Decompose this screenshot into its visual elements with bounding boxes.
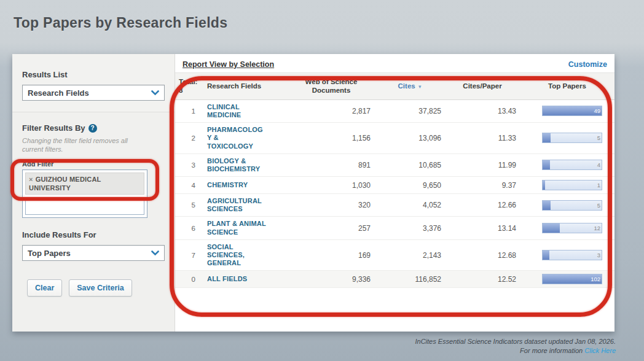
top-papers-cell: 5 [520,123,615,154]
research-field-link[interactable]: SOCIAL SCIENCES, GENERAL [203,239,288,271]
save-criteria-button[interactable]: Save Criteria [69,279,132,297]
top-papers-bar[interactable]: 12 [542,223,602,233]
top-papers-bar-fill [543,160,550,169]
wos-documents-value: 320 [288,194,374,217]
top-papers-bar-fill [543,250,549,260]
research-field-link[interactable]: PLANT & ANIMAL SCIENCE [203,217,288,239]
footer-dataset-line: InCites Essential Science Indicators dat… [415,337,616,346]
filter-section-label-text: Filter Results By [22,123,85,133]
top-papers-value: 3 [597,250,600,260]
clear-button[interactable]: Clear [27,279,62,297]
column-header-wos-documents[interactable]: Web of Science Documents [288,73,374,99]
row-rank: 3 [175,153,203,176]
table-row: 3 BIOLOGY & BIOCHEMISTRY 891 10,685 11.9… [175,153,615,176]
cites-header-label: Cites [398,82,415,90]
table-row: 4 CHEMISTRY 1,030 9,650 9.37 1 [175,177,615,194]
cites-per-paper-value: 13.14 [445,217,520,239]
filter-tag-label: GUIZHOU MEDICAL UNIVERSITY [29,176,101,192]
cites-per-paper-value: 12.52 [445,271,520,288]
cites-value: 10,685 [374,153,445,176]
table-header-row: Total: 8 Research Fields Web of Science … [175,73,615,99]
wos-documents-value: 2,817 [288,99,374,122]
top-papers-bar[interactable]: 4 [542,160,602,170]
top-papers-cell: 4 [520,153,615,176]
row-rank: 7 [175,239,203,271]
column-header-cites-per-paper[interactable]: Cites/Paper [445,73,520,99]
row-rank: 0 [175,271,203,288]
filter-tag: ×GUIZHOU MEDICAL UNIVERSITY [25,173,144,195]
cites-per-paper-value: 11.99 [445,153,520,176]
research-field-link[interactable]: BIOLOGY & BIOCHEMISTRY [203,153,288,176]
row-rank: 4 [175,177,203,194]
wos-documents-value: 1,030 [288,177,374,194]
filter-note: Changing the filter field removes all cu… [22,136,148,154]
cites-per-paper-value: 11.33 [445,123,520,154]
include-results-label: Include Results For [22,230,165,239]
remove-filter-icon[interactable]: × [29,176,33,183]
top-papers-bar[interactable]: 49 [542,106,602,116]
page-title: Top Papers by Research Fields [14,15,227,31]
chevron-down-icon [151,250,159,256]
filter-tags-box[interactable]: ×GUIZHOU MEDICAL UNIVERSITY [22,169,147,219]
row-rank: 2 [175,123,203,154]
research-field-link[interactable]: CHEMISTRY [203,177,288,194]
top-papers-value: 5 [597,133,600,142]
row-rank: 6 [175,217,203,239]
top-papers-value: 102 [591,274,600,284]
sidebar: Results List Research Fields Filter Resu… [12,54,175,332]
top-papers-value: 1 [597,180,600,190]
top-papers-bar[interactable]: 3 [542,250,602,260]
column-header-cites[interactable]: Cites ▾ [374,73,445,99]
cites-value: 116,852 [374,271,445,288]
cites-per-paper-value: 13.43 [445,99,520,122]
column-header-research-fields: Research Fields [203,73,288,99]
total-count-header: Total: 8 [175,73,203,99]
customize-link[interactable]: Customize [568,60,607,69]
research-field-link[interactable]: ALL FIELDS [203,271,288,288]
top-papers-bar[interactable]: 5 [542,133,602,143]
include-results-selected-value: Top Papers [28,249,71,258]
cites-per-paper-value: 12.66 [445,194,520,217]
cites-value: 13,096 [374,123,445,154]
report-main: Report View by Selection Customize Total… [175,54,615,332]
sort-desc-icon: ▾ [418,83,422,90]
include-results-section: Include Results For Top Papers [12,218,175,261]
cites-per-paper-value: 9.37 [445,177,520,194]
column-header-top-papers[interactable]: Top Papers [520,73,615,99]
report-toolbar: Report View by Selection Customize [175,54,615,73]
research-field-link[interactable]: AGRICULTURAL SCIENCES [203,194,288,217]
table-row: 0 ALL FIELDS 9,336 116,852 12.52 102 [175,271,615,288]
top-papers-cell: 1 [520,177,615,194]
cites-value: 4,052 [374,194,445,217]
research-field-link[interactable]: PHARMACOLOG Y & TOXICOLOGY [203,123,288,154]
wos-documents-value: 891 [288,153,374,176]
row-rank: 5 [175,194,203,217]
top-papers-value: 4 [597,160,600,169]
research-field-link[interactable]: CLINICAL MEDICINE [203,99,288,122]
footer-info-text: For more information [520,347,583,354]
top-papers-bar[interactable]: 5 [542,200,602,211]
top-papers-bar[interactable]: 102 [542,274,602,284]
top-papers-value: 5 [597,201,600,210]
click-here-link[interactable]: Click Here [584,347,616,354]
filter-text-input[interactable] [25,200,144,215]
footer-note: InCites Essential Science Indicators dat… [415,337,616,356]
add-filter-label: Add Filter [22,160,165,168]
top-papers-bar-fill [543,106,602,115]
results-list-selected-value: Research Fields [28,88,89,98]
top-papers-bar[interactable]: 1 [542,180,602,190]
filter-section-label: Filter Results By? [22,123,165,133]
row-rank: 1 [175,99,203,122]
wos-documents-value: 257 [288,217,374,239]
top-papers-bar-fill [543,223,560,233]
filter-section: Filter Results By? Changing the filter f… [12,112,175,218]
report-view-by-selection[interactable]: Report View by Selection [183,60,274,69]
table-row: 2 PHARMACOLOG Y & TOXICOLOGY 1,156 13,09… [175,123,615,154]
include-results-dropdown[interactable]: Top Papers [22,245,165,261]
results-list-dropdown[interactable]: Research Fields [22,85,165,101]
cites-value: 9,650 [374,177,445,194]
footer-info-line: For more information Click Here [415,346,616,355]
sidebar-buttons: Clear Save Criteria [12,261,175,297]
help-icon[interactable]: ? [88,124,97,133]
top-papers-cell: 12 [520,217,615,239]
